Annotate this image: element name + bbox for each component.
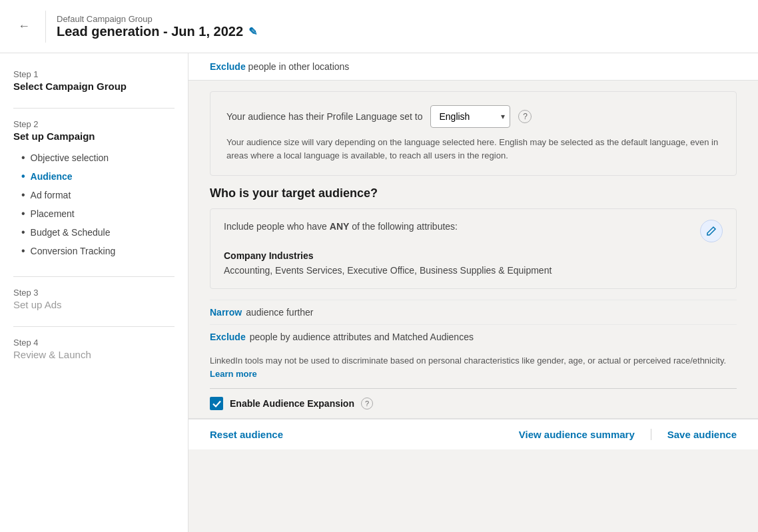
audience-expansion-row: Enable Audience Expansion ? — [210, 397, 737, 410]
header-divider — [45, 11, 46, 43]
view-audience-summary-button[interactable]: View audience summary — [519, 429, 651, 440]
step-divider-3 — [13, 326, 175, 327]
exclude-locations-banner: Exclude people in other locations — [189, 53, 758, 81]
main-layout: Step 1 Select Campaign Group Step 2 Set … — [0, 53, 758, 532]
reset-audience-button[interactable]: Reset audience — [210, 429, 283, 440]
include-text-pre: Include people who have — [224, 221, 330, 232]
step1-title: Select Campaign Group — [13, 81, 175, 92]
sidebar-item-audience[interactable]: Audience — [13, 167, 175, 186]
step2-sub-items: Objective selection Audience Ad format P… — [13, 148, 175, 260]
step3-title: Set up Ads — [13, 299, 175, 310]
include-keyword: ANY — [330, 221, 350, 232]
step-divider-2 — [13, 276, 175, 277]
include-text-post: of the following attributes: — [349, 221, 458, 232]
language-label-text: Your audience has their Profile Language… — [226, 111, 422, 122]
target-audience-title: Who is your target audience? — [210, 186, 737, 200]
sidebar-step3: Step 3 Set up Ads — [13, 288, 175, 310]
narrow-link[interactable]: Narrow — [210, 307, 242, 318]
back-button[interactable]: ← — [13, 16, 35, 37]
footer-right-buttons: View audience summary Save audience — [519, 429, 737, 440]
save-audience-button[interactable]: Save audience — [651, 429, 737, 440]
sidebar-item-conversion-tracking[interactable]: Conversion Tracking — [13, 242, 175, 260]
exclude-locations-text: people in other locations — [248, 61, 350, 72]
narrow-row: Narrow audience further — [210, 300, 737, 324]
step3-label: Step 3 — [13, 288, 175, 298]
sidebar-step2: Step 2 Set up Campaign Objective selecti… — [13, 119, 175, 260]
learn-more-link[interactable]: Learn more — [210, 369, 257, 379]
company-industries-label: Company Industries — [224, 250, 723, 261]
campaign-title-row: Lead generation - Jun 1, 2022 ✎ — [57, 24, 257, 39]
audience-expansion-help-icon[interactable]: ? — [361, 398, 373, 409]
header-text-block: Default Campaign Group Lead generation -… — [57, 14, 257, 39]
step2-label: Step 2 — [13, 119, 175, 129]
footer-actions: Reset audience View audience summary Sav… — [189, 418, 758, 449]
language-select-wrapper[interactable]: English French German Spanish — [430, 105, 510, 128]
campaign-title: Lead generation - Jun 1, 2022 — [57, 24, 243, 39]
step4-label: Step 4 — [13, 338, 175, 348]
sidebar-item-objective-selection[interactable]: Objective selection — [13, 148, 175, 167]
target-audience-section: Who is your target audience? Include peo… — [210, 186, 737, 289]
language-select[interactable]: English French German Spanish — [430, 105, 510, 128]
sidebar-step4: Step 4 Review & Launch — [13, 338, 175, 360]
language-row: Your audience has their Profile Language… — [226, 105, 720, 128]
sidebar-item-budget-schedule[interactable]: Budget & Schedule — [13, 223, 175, 242]
step2-title: Set up Campaign — [13, 131, 175, 142]
language-help-icon[interactable]: ? — [518, 110, 532, 123]
sidebar: Step 1 Select Campaign Group Step 2 Set … — [0, 53, 189, 532]
audience-expansion-checkbox[interactable] — [210, 397, 223, 410]
exclude-audience-link[interactable]: Exclude — [210, 332, 246, 342]
sidebar-step1: Step 1 Select Campaign Group — [13, 69, 175, 92]
audience-include-row: Include people who have ANY of the follo… — [224, 220, 723, 242]
content-area: Exclude people in other locations Your a… — [189, 53, 758, 532]
step4-title: Review & Launch — [13, 349, 175, 360]
step1-label: Step 1 — [13, 69, 175, 79]
audience-include-text: Include people who have ANY of the follo… — [224, 220, 458, 234]
sidebar-item-placement[interactable]: Placement — [13, 204, 175, 223]
disclaimer-text: LinkedIn tools may not be used to discri… — [210, 356, 726, 366]
exclude-audience-text: people by audience attributes and Matche… — [250, 332, 474, 342]
sidebar-item-ad-format[interactable]: Ad format — [13, 186, 175, 204]
exclude-row: Exclude people by audience attributes an… — [210, 324, 737, 349]
edit-title-icon[interactable]: ✎ — [248, 25, 257, 38]
language-note: Your audience size will vary depending o… — [226, 136, 720, 162]
language-card: Your audience has their Profile Language… — [210, 91, 737, 176]
audience-expansion-label: Enable Audience Expansion — [230, 398, 354, 409]
page-header: ← Default Campaign Group Lead generation… — [0, 0, 758, 53]
step-divider-1 — [13, 108, 175, 109]
audience-include-card: Include people who have ANY of the follo… — [210, 208, 737, 289]
campaign-group-label: Default Campaign Group — [57, 14, 257, 24]
company-industries-value: Accounting, Events Services, Executive O… — [224, 264, 723, 278]
narrow-text: audience further — [246, 307, 313, 318]
disclaimer: LinkedIn tools may not be used to discri… — [210, 354, 737, 380]
section-divider — [210, 388, 737, 389]
exclude-locations-link[interactable]: Exclude — [210, 61, 246, 72]
edit-audience-button[interactable] — [700, 220, 723, 242]
